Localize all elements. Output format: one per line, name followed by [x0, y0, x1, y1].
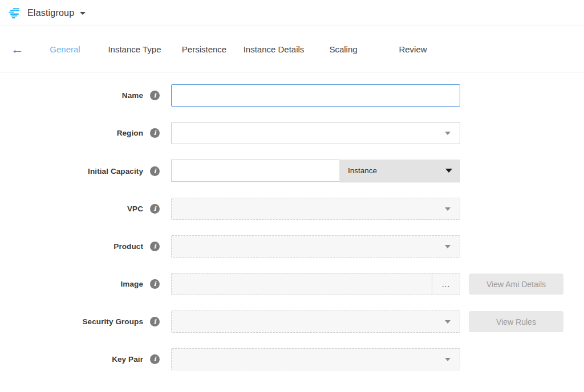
vpc-field-cell: [171, 198, 460, 220]
initial-capacity-group: Instance: [171, 160, 460, 182]
region-field-cell: [171, 122, 460, 144]
app-title[interactable]: Elastigroup: [27, 8, 74, 18]
initial-capacity-label-cell: Initial Capacity i: [0, 166, 160, 176]
chevron-down-icon: [445, 207, 451, 211]
initial-capacity-label: Initial Capacity: [88, 167, 143, 175]
arrow-left-icon[interactable]: ←: [10, 43, 25, 56]
form-row-name: Name i: [0, 84, 584, 107]
security-groups-field-cell: [171, 311, 460, 333]
chevron-down-icon: [445, 320, 451, 324]
form-row-vpc: VPC i: [0, 198, 584, 220]
key-pair-select: [171, 348, 460, 370]
security-groups-select: [171, 311, 460, 333]
form-row-product: Product i: [0, 235, 584, 258]
wizard-tab-bar: ← General Instance Type Persistence Inst…: [0, 26, 584, 72]
product-field-cell: [171, 235, 460, 258]
info-icon[interactable]: i: [150, 279, 160, 289]
region-select[interactable]: [171, 122, 460, 144]
info-icon[interactable]: i: [150, 204, 160, 214]
chevron-down-icon: [445, 358, 451, 361]
browse-image-button[interactable]: ...: [432, 273, 460, 295]
elastigroup-app: Elastigroup ← General Instance Type Pers…: [0, 0, 584, 370]
view-ami-details-button[interactable]: View Ami Details: [469, 273, 563, 295]
key-pair-label: Key Pair: [112, 355, 143, 364]
security-groups-label: Security Groups: [82, 317, 143, 326]
form-row-region: Region i: [0, 122, 584, 144]
tab-persistence[interactable]: Persistence: [169, 44, 239, 54]
form-row-initial-capacity: Initial Capacity i Instance: [0, 160, 584, 182]
info-icon[interactable]: i: [150, 91, 160, 100]
name-input[interactable]: [171, 84, 460, 107]
name-field-cell: [171, 84, 460, 107]
tab-general[interactable]: General: [30, 44, 100, 54]
tab-instance-details[interactable]: Instance Details: [239, 44, 309, 54]
name-label-cell: Name i: [0, 91, 160, 100]
vpc-label-cell: VPC i: [0, 204, 160, 214]
capacity-unit-select[interactable]: Instance: [339, 160, 460, 182]
initial-capacity-input[interactable]: [171, 160, 339, 182]
tab-scaling[interactable]: Scaling: [309, 44, 378, 54]
general-settings-form: Name i Region i Initial Capacit: [0, 72, 584, 370]
tab-instance-type[interactable]: Instance Type: [100, 44, 169, 54]
tab-review[interactable]: Review: [378, 44, 448, 54]
region-label-cell: Region i: [0, 128, 160, 138]
initial-capacity-field-cell: Instance: [171, 160, 460, 182]
chevron-down-icon: [445, 245, 451, 248]
chevron-down-icon: [445, 169, 452, 173]
image-label-cell: Image i: [0, 279, 160, 289]
region-label: Region: [117, 129, 143, 137]
view-rules-button[interactable]: View Rules: [469, 311, 563, 332]
vpc-label: VPC: [127, 205, 143, 213]
security-groups-label-cell: Security Groups i: [0, 317, 160, 326]
vpc-select: [171, 198, 460, 220]
product-select: [171, 235, 460, 258]
product-label-cell: Product i: [0, 242, 160, 251]
key-pair-field-cell: [171, 348, 460, 370]
form-row-image: Image i ... View Ami Details: [0, 273, 584, 295]
chevron-down-icon[interactable]: [80, 12, 86, 15]
image-field-cell: ...: [171, 273, 460, 295]
tab-list: General Instance Type Persistence Instan…: [30, 44, 448, 54]
chevron-down-icon: [445, 132, 451, 135]
product-label: Product: [113, 242, 143, 251]
image-label: Image: [120, 280, 143, 288]
elastigroup-logo-icon: [8, 7, 22, 19]
info-icon[interactable]: i: [150, 317, 160, 326]
key-pair-label-cell: Key Pair i: [0, 354, 160, 364]
capacity-unit-value: Instance: [348, 166, 377, 175]
info-icon[interactable]: i: [150, 354, 160, 364]
form-row-security-groups: Security Groups i View Rules: [0, 311, 584, 333]
image-field: ...: [171, 273, 460, 295]
info-icon[interactable]: i: [150, 166, 160, 176]
form-row-key-pair: Key Pair i: [0, 348, 584, 370]
name-label: Name: [122, 91, 143, 100]
info-icon[interactable]: i: [150, 128, 160, 138]
info-icon[interactable]: i: [150, 242, 160, 251]
app-header: Elastigroup: [0, 0, 584, 26]
